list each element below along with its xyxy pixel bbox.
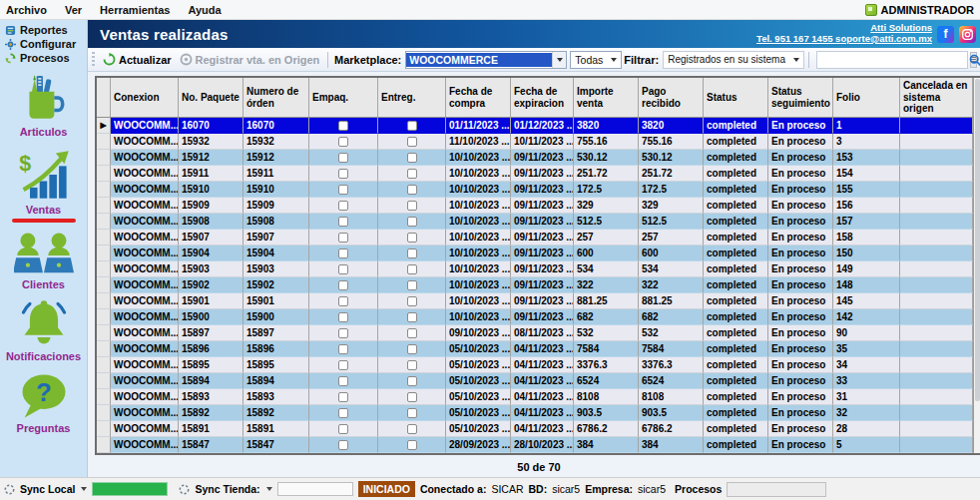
empaq-checkbox[interactable]	[338, 408, 348, 418]
sidebar-item-configurar[interactable]: Configurar	[5, 37, 87, 51]
table-row[interactable]: WOOCOMM...159011590110/10/2023 ...09/11/…	[97, 293, 973, 309]
menu-ver[interactable]: Ver	[65, 4, 82, 16]
empaq-checkbox[interactable]	[338, 360, 348, 370]
table-row[interactable]: WOOCOMM...158951589505/10/2023 ...04/11/…	[97, 357, 973, 373]
entreg-checkbox[interactable]	[407, 217, 417, 227]
chevron-down-icon[interactable]	[789, 52, 803, 68]
entreg-checkbox[interactable]	[407, 360, 417, 370]
column-header-status[interactable]: Status	[704, 78, 768, 117]
table-row[interactable]: WOOCOMM...159121591210/10/2023 ...09/11/…	[97, 150, 973, 166]
entreg-checkbox[interactable]	[407, 264, 417, 274]
scrollbar-thumb[interactable]	[975, 79, 980, 401]
column-header-fecha_compra[interactable]: Fecha de compra	[446, 78, 511, 117]
table-row[interactable]: WOOCOMM...158911589105/10/2023 ...04/11/…	[97, 421, 973, 437]
empaq-checkbox[interactable]	[338, 185, 348, 195]
empaq-checkbox[interactable]	[338, 296, 348, 306]
empaq-checkbox[interactable]	[338, 169, 348, 179]
chevron-down-icon[interactable]	[607, 52, 621, 68]
table-row[interactable]: WOOCOMM...159031590310/10/2023 ...09/11/…	[97, 261, 973, 277]
empaq-checkbox[interactable]	[338, 233, 348, 243]
chevron-down-icon[interactable]	[81, 487, 87, 491]
table-row[interactable]: WOOCOMM...158971589709/10/2023 ...08/11/…	[97, 325, 973, 341]
chevron-down-icon[interactable]	[266, 487, 272, 491]
table-row[interactable]: WOOCOMM...159021590210/10/2023 ...09/11/…	[97, 277, 973, 293]
table-vertical-scrollbar[interactable]	[973, 78, 980, 453]
table-row[interactable]: WOOCOMM...159081590810/10/2023 ...09/11/…	[97, 214, 973, 230]
sidebar-item-ventas[interactable]: $ Ventas	[12, 147, 76, 223]
column-header-pago[interactable]: Pago recibido	[639, 78, 704, 117]
table-row[interactable]: WOOCOMM...159101591010/10/2023 ...09/11/…	[97, 182, 973, 198]
column-header-marker[interactable]	[97, 78, 111, 117]
entreg-checkbox[interactable]	[407, 424, 417, 434]
sync-tienda-label[interactable]: Sync Tienda:	[195, 483, 259, 495]
column-header-empaq[interactable]: Empaq.	[309, 78, 378, 117]
entreg-checkbox[interactable]	[407, 233, 417, 243]
table-row[interactable]: WOOCOMM...159071590710/10/2023 ...09/11/…	[97, 230, 973, 246]
table-row[interactable]: WOOCOMM...159091590910/10/2023 ...09/11/…	[97, 198, 973, 214]
sidebar-item-reportes[interactable]: Reportes	[5, 23, 87, 37]
sidebar-item-preguntas[interactable]: ? Preguntas	[16, 371, 72, 434]
empaq-checkbox[interactable]	[338, 280, 348, 290]
column-header-fecha_expiracion[interactable]: Fecha de expiracion	[511, 78, 574, 117]
empaq-checkbox[interactable]	[338, 312, 348, 322]
table-row[interactable]: WOOCOMM...159041590410/10/2023 ...09/11/…	[97, 246, 973, 261]
search-input[interactable]	[817, 52, 967, 68]
contact-link[interactable]: Tel. 951 167 1455 soporte@atti.com.mx	[756, 34, 932, 45]
instagram-icon[interactable]	[959, 26, 976, 43]
entreg-checkbox[interactable]	[407, 440, 417, 450]
sidebar-item-notificaciones[interactable]: Notificaciones	[6, 299, 81, 362]
empaq-checkbox[interactable]	[338, 153, 348, 163]
entreg-checkbox[interactable]	[407, 201, 417, 211]
empaq-checkbox[interactable]	[338, 201, 348, 211]
entreg-checkbox[interactable]	[407, 344, 417, 354]
menu-archivo[interactable]: Archivo	[6, 4, 47, 16]
entreg-checkbox[interactable]	[407, 296, 417, 306]
registrar-venta-button[interactable]: Registrar vta. en Origen	[176, 52, 324, 67]
column-header-orden[interactable]: Numero de órden	[244, 78, 309, 117]
column-header-importe[interactable]: Importe venta	[574, 78, 639, 117]
empaq-checkbox[interactable]	[338, 217, 348, 227]
table-row[interactable]: WOOCOMM...158471584728/09/2023 ...28/10/…	[97, 437, 973, 453]
empaq-checkbox[interactable]	[338, 328, 348, 338]
column-header-conexion[interactable]: Conexion	[111, 78, 179, 117]
empaq-checkbox[interactable]	[338, 376, 348, 386]
status-filter-select[interactable]: Todas	[570, 51, 622, 69]
table-row[interactable]: WOOCOMM...158961589605/10/2023 ...04/11/…	[97, 341, 973, 357]
entreg-checkbox[interactable]	[407, 249, 417, 258]
empaq-checkbox[interactable]	[338, 137, 348, 147]
sidebar-item-articulos[interactable]: Articulos	[19, 73, 69, 138]
menu-ayuda[interactable]: Ayuda	[188, 4, 221, 16]
filtrar-select[interactable]: Registrados en su sistema	[663, 51, 804, 69]
table-row[interactable]: WOOCOMM...158921589205/10/2023 ...04/11/…	[97, 405, 973, 421]
entreg-checkbox[interactable]	[407, 392, 417, 402]
empaq-checkbox[interactable]	[338, 344, 348, 354]
empaq-checkbox[interactable]	[338, 440, 348, 450]
search-icon[interactable]	[969, 54, 980, 67]
empaq-checkbox[interactable]	[338, 424, 348, 434]
sidebar-item-procesos[interactable]: Procesos	[5, 51, 87, 65]
entreg-checkbox[interactable]	[407, 121, 417, 131]
table-row[interactable]: WOOCOMM...159111591110/10/2023 ...09/11/…	[97, 166, 973, 182]
actualizar-button[interactable]: Actualizar	[99, 52, 176, 67]
entreg-checkbox[interactable]	[407, 137, 417, 147]
table-row[interactable]: WOOCOMM...158931589305/10/2023 ...04/11/…	[97, 389, 973, 405]
entreg-checkbox[interactable]	[407, 408, 417, 418]
entreg-checkbox[interactable]	[407, 185, 417, 195]
entreg-checkbox[interactable]	[407, 328, 417, 338]
menu-herramientas[interactable]: Herramientas	[100, 4, 170, 16]
column-header-folio[interactable]: Folio	[833, 78, 900, 117]
column-header-entreg[interactable]: Entreg.	[378, 78, 446, 117]
entreg-checkbox[interactable]	[407, 376, 417, 386]
column-header-paquete[interactable]: No. Paquete	[179, 78, 244, 117]
chevron-down-icon[interactable]	[552, 52, 566, 68]
empaq-checkbox[interactable]	[338, 249, 348, 258]
empaq-checkbox[interactable]	[338, 121, 348, 131]
table-row[interactable]: WOOCOMM...159001590010/10/2023 ...09/11/…	[97, 309, 973, 325]
facebook-icon[interactable]: f	[937, 26, 954, 43]
table-row[interactable]: WOOCOMM...159321593211/10/2023 ...10/11/…	[97, 134, 973, 150]
entreg-checkbox[interactable]	[407, 169, 417, 179]
table-row[interactable]: ▶WOOCOMM...160701607001/11/2023 ...01/12…	[97, 118, 973, 134]
entreg-checkbox[interactable]	[407, 312, 417, 322]
column-header-seguimiento[interactable]: Status seguimiento	[768, 78, 833, 117]
empaq-checkbox[interactable]	[338, 392, 348, 402]
